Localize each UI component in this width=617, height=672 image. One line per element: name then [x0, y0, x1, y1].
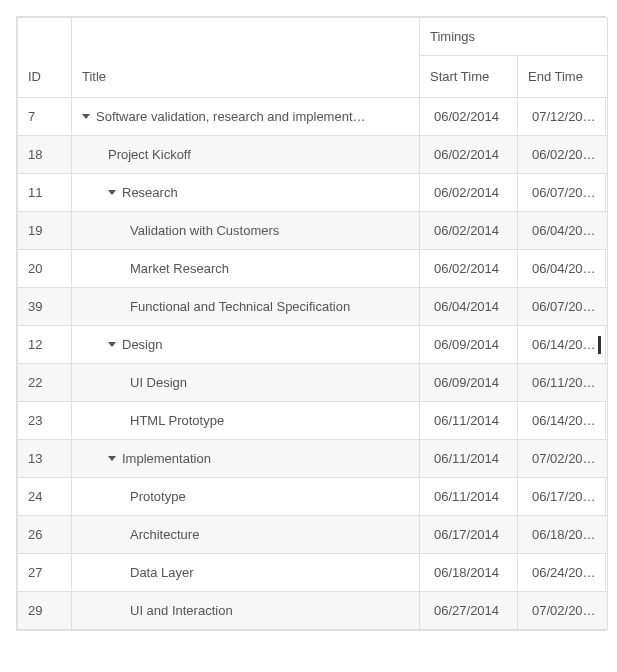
header-start-time[interactable]: Start Time — [420, 56, 518, 98]
table-row[interactable]: 7Software validation, research and imple… — [18, 98, 608, 136]
header-title[interactable]: Title — [72, 56, 420, 98]
table-row[interactable]: 13Implementation06/11/201407/02/2014 — [18, 440, 608, 478]
cell-title: Data Layer — [72, 554, 420, 592]
cell-title: Implementation — [72, 440, 420, 478]
cell-end-time: 07/02/2014 — [518, 592, 608, 630]
cell-end-time: 07/12/2014 — [518, 98, 608, 136]
cell-id: 23 — [18, 402, 72, 440]
chevron-down-icon[interactable] — [108, 456, 116, 461]
cell-id: 39 — [18, 288, 72, 326]
cell-id: 27 — [18, 554, 72, 592]
cell-start-time: 06/02/2014 — [420, 98, 518, 136]
cell-start-time: 06/02/2014 — [420, 136, 518, 174]
header-end-time[interactable]: End Time — [518, 56, 608, 98]
header-id-spacer — [18, 18, 72, 56]
table-row[interactable]: 23HTML Prototype06/11/201406/14/2014 — [18, 402, 608, 440]
table-row[interactable]: 12Design06/09/201406/14/2014 — [18, 326, 608, 364]
title-text: UI and Interaction — [130, 603, 233, 618]
title-text: Implementation — [122, 451, 211, 466]
cell-title: Project Kickoff — [72, 136, 420, 174]
title-text: Data Layer — [130, 565, 194, 580]
table-row[interactable]: 20Market Research06/02/201406/04/2014 — [18, 250, 608, 288]
table-row[interactable]: 11Research06/02/201406/07/2014 — [18, 174, 608, 212]
cell-title: Prototype — [72, 478, 420, 516]
title-text: Project Kickoff — [108, 147, 191, 162]
title-text: Architecture — [130, 527, 199, 542]
table-row[interactable]: 26Architecture06/17/201406/18/2014 — [18, 516, 608, 554]
cell-end-time: 06/07/2014 — [518, 174, 608, 212]
cell-end-time: 06/18/2014 — [518, 516, 608, 554]
cell-title: Design — [72, 326, 420, 364]
cell-end-time: 07/02/2014 — [518, 440, 608, 478]
table-row[interactable]: 39Functional and Technical Specification… — [18, 288, 608, 326]
chevron-down-icon[interactable] — [108, 190, 116, 195]
cell-id: 24 — [18, 478, 72, 516]
cell-end-time: 06/07/2014 — [518, 288, 608, 326]
table: Timings ID Title Start Time End Time 7So… — [17, 17, 608, 630]
cell-title: Validation with Customers — [72, 212, 420, 250]
cell-end-time: 06/04/2014 — [518, 250, 608, 288]
cell-id: 7 — [18, 98, 72, 136]
cell-title: Research — [72, 174, 420, 212]
title-text: Validation with Customers — [130, 223, 279, 238]
cell-start-time: 06/11/2014 — [420, 402, 518, 440]
table-row[interactable]: 22UI Design06/09/201406/11/2014 — [18, 364, 608, 402]
cell-id: 26 — [18, 516, 72, 554]
cell-start-time: 06/11/2014 — [420, 478, 518, 516]
cell-start-time: 06/02/2014 — [420, 212, 518, 250]
cell-id: 29 — [18, 592, 72, 630]
cell-title: HTML Prototype — [72, 402, 420, 440]
cell-end-time: 06/04/2014 — [518, 212, 608, 250]
cell-start-time: 06/09/2014 — [420, 364, 518, 402]
resize-handle[interactable] — [598, 336, 601, 354]
cell-end-time: 06/11/2014 — [518, 364, 608, 402]
table-header: Timings ID Title Start Time End Time — [18, 18, 608, 98]
cell-id: 12 — [18, 326, 72, 364]
title-text: Research — [122, 185, 178, 200]
cell-start-time: 06/11/2014 — [420, 440, 518, 478]
cell-end-time: 06/14/2014 — [518, 402, 608, 440]
header-id[interactable]: ID — [18, 56, 72, 98]
cell-id: 22 — [18, 364, 72, 402]
chevron-down-icon[interactable] — [108, 342, 116, 347]
title-text: Design — [122, 337, 162, 352]
header-timings[interactable]: Timings — [420, 18, 608, 56]
table-body: 7Software validation, research and imple… — [18, 98, 608, 630]
chevron-down-icon[interactable] — [82, 114, 90, 119]
tree-grid: Timings ID Title Start Time End Time 7So… — [16, 16, 606, 631]
cell-title: UI Design — [72, 364, 420, 402]
cell-start-time: 06/27/2014 — [420, 592, 518, 630]
cell-start-time: 06/09/2014 — [420, 326, 518, 364]
cell-start-time: 06/18/2014 — [420, 554, 518, 592]
cell-start-time: 06/02/2014 — [420, 174, 518, 212]
cell-id: 18 — [18, 136, 72, 174]
cell-end-time: 06/17/2014 — [518, 478, 608, 516]
title-text: UI Design — [130, 375, 187, 390]
cell-title: Software validation, research and implem… — [72, 98, 420, 136]
cell-end-time: 06/24/2014 — [518, 554, 608, 592]
cell-end-time: 06/02/2014 — [518, 136, 608, 174]
table-row[interactable]: 27Data Layer06/18/201406/24/2014 — [18, 554, 608, 592]
cell-start-time: 06/02/2014 — [420, 250, 518, 288]
cell-title: Functional and Technical Specification — [72, 288, 420, 326]
table-row[interactable]: 24Prototype06/11/201406/17/2014 — [18, 478, 608, 516]
cell-title: Market Research — [72, 250, 420, 288]
title-text: Market Research — [130, 261, 229, 276]
cell-id: 19 — [18, 212, 72, 250]
cell-id: 13 — [18, 440, 72, 478]
cell-id: 20 — [18, 250, 72, 288]
table-row[interactable]: 29UI and Interaction06/27/201407/02/2014 — [18, 592, 608, 630]
title-text: Functional and Technical Specification — [130, 299, 350, 314]
cell-id: 11 — [18, 174, 72, 212]
cell-start-time: 06/17/2014 — [420, 516, 518, 554]
cell-title: UI and Interaction — [72, 592, 420, 630]
table-row[interactable]: 18Project Kickoff06/02/201406/02/2014 — [18, 136, 608, 174]
title-text: Prototype — [130, 489, 186, 504]
cell-end-time: 06/14/2014 — [518, 326, 608, 364]
title-text: HTML Prototype — [130, 413, 224, 428]
table-row[interactable]: 19Validation with Customers06/02/201406/… — [18, 212, 608, 250]
cell-start-time: 06/04/2014 — [420, 288, 518, 326]
cell-title: Architecture — [72, 516, 420, 554]
header-title-spacer — [72, 18, 420, 56]
title-text: Software validation, research and implem… — [96, 109, 366, 124]
